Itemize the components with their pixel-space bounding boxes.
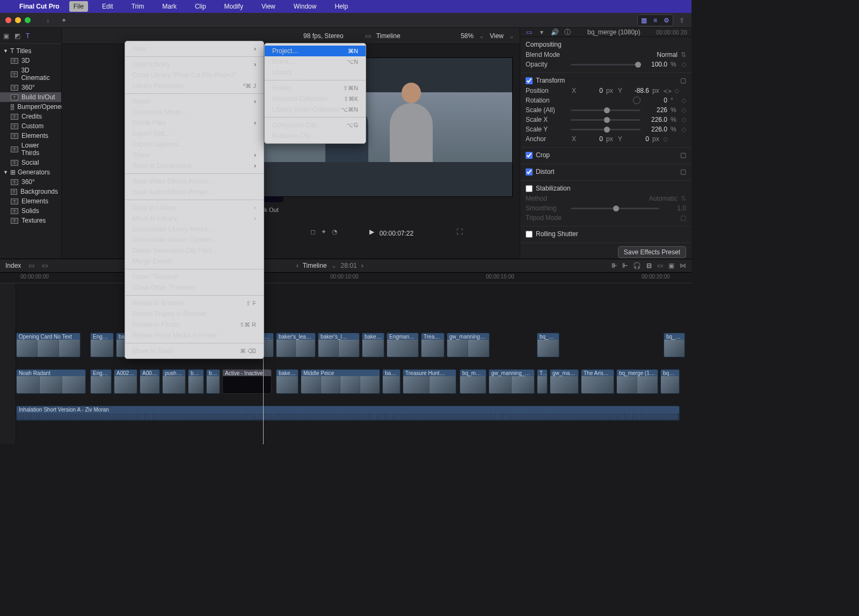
keyframe-icon[interactable]: ◇ [681, 106, 686, 114]
smoothing-value[interactable]: 1.0 [663, 204, 686, 212]
stabilization-header[interactable]: Stabilization [526, 183, 686, 194]
list-icon[interactable]: ≡ [650, 15, 660, 26]
sidebar-item[interactable]: TTextures [0, 216, 61, 225]
sidebar-item[interactable]: TLower Thirds [0, 141, 61, 158]
rotation-value[interactable]: 0 [644, 97, 667, 104]
menu-clip[interactable]: Clip [191, 1, 210, 12]
reset-icon[interactable]: ▢ [680, 168, 686, 175]
position-x[interactable]: 0 [579, 87, 603, 94]
retime-icon[interactable]: ◔ [332, 228, 337, 236]
menu-modify[interactable]: Modify [220, 1, 247, 12]
menu-trim[interactable]: Trim [127, 1, 149, 12]
anchor-y[interactable]: 0 [625, 135, 649, 143]
menu-item[interactable]: Project…⌘N [265, 46, 366, 56]
menu-item[interactable]: Close Library "Final Cut Pro Project" [125, 70, 264, 80]
compositing-header[interactable]: Compositing [526, 39, 686, 50]
color-inspector-icon[interactable]: ▾ [537, 28, 546, 36]
timeline-audio-clip[interactable]: Inhalation Short Version A - Ziv Moran [16, 406, 680, 421]
fullscreen-icon[interactable]: ⛶ [456, 228, 463, 236]
scale-x-value[interactable]: 226.0 [644, 116, 667, 123]
timeline-clip[interactable]: gw_manning_broll… [489, 369, 535, 394]
view-menu[interactable]: View [490, 32, 504, 40]
timeline-clip[interactable]: push_pi… [162, 369, 186, 394]
timeline-clip[interactable]: Engmant… [90, 333, 114, 357]
menu-item[interactable]: Send to Compressor [125, 160, 264, 171]
sidebar-item[interactable]: T360° [0, 177, 61, 187]
timeline-clip[interactable]: baker's… [276, 369, 299, 394]
sidebar-titles-header[interactable]: ▼ T Titles [0, 46, 61, 56]
timecode[interactable]: 00:00:07:22 [380, 225, 413, 238]
timeline-clip[interactable]: bq_… [206, 369, 220, 394]
menu-item[interactable]: Close "Timeline" [125, 272, 264, 282]
menu-item[interactable]: Share [125, 150, 264, 160]
timeline-ruler[interactable]: 00:00:00:0000:00:05:0000:00:10:0000:00:1… [0, 273, 691, 283]
close-icon[interactable] [5, 17, 11, 23]
timeline-clip[interactable]: gw_mann… [550, 369, 579, 394]
timeline-clip[interactable]: b… [188, 369, 204, 394]
distort-checkbox[interactable] [526, 168, 533, 175]
sidebar-item[interactable]: TBumper/Opener [0, 102, 61, 112]
timeline-clip[interactable]: A002_… [140, 369, 160, 394]
photos-icon[interactable]: ◩ [14, 32, 20, 40]
sidebar-item[interactable]: TElements [0, 196, 61, 206]
grid-icon[interactable]: ▦ [638, 15, 650, 26]
keyword-icon[interactable]: ✦ [60, 16, 68, 25]
sidebar-item[interactable]: TSocial [0, 158, 61, 167]
clip-appearance-icon[interactable]: ▭ [657, 262, 663, 269]
insert-icon[interactable]: ▭ [28, 262, 34, 269]
keyframe-icon[interactable]: ◇ [681, 61, 686, 68]
timeline-clip[interactable]: A002_0… [114, 369, 137, 394]
timeline-clip[interactable]: Active - Inactive [222, 369, 272, 394]
sidebar-item[interactable]: TBackgrounds [0, 187, 61, 196]
sidebar-item[interactable]: T3D [0, 56, 61, 65]
workspace-toggle[interactable]: ▦ ≡ ⚙ [637, 14, 673, 26]
blend-mode-select[interactable]: Normal [657, 51, 678, 58]
timeline-clip[interactable]: gw_manning_bro… [447, 333, 490, 357]
menu-item[interactable]: Reveal in Browser⇧ F [125, 298, 264, 309]
prev-edit-icon[interactable]: ‹ [296, 262, 299, 269]
sidebar-generators-header[interactable]: ▼ ⊞ Generators [0, 167, 61, 177]
timeline-clip[interactable]: bq_… [660, 369, 680, 394]
menu-item[interactable]: Reveal Project in Browser [125, 309, 264, 319]
opacity-value[interactable]: 100.0 [644, 61, 667, 68]
adjust-icon[interactable]: ⚙ [660, 15, 673, 26]
keyframe-icon[interactable]: ◇ [663, 135, 668, 143]
timeline-clip[interactable]: Treasu… [421, 333, 445, 357]
scale-all-slider[interactable] [571, 109, 640, 111]
timeline-clip[interactable]: Engmant… [90, 369, 112, 394]
zoom-level[interactable]: 58% [461, 32, 474, 40]
solo-icon[interactable]: 🎧 [633, 262, 641, 269]
zoom-icon[interactable] [25, 17, 31, 23]
timeline-clip[interactable]: Th… [537, 369, 548, 394]
keyframe-icon[interactable]: ◇ [681, 97, 686, 104]
anchor-x[interactable]: 0 [579, 135, 603, 143]
timeline-clip[interactable]: Treasure Hunt… [403, 369, 456, 394]
import-icon[interactable]: ↓ [43, 16, 52, 25]
stabilization-checkbox[interactable] [526, 185, 533, 192]
timeline-clip[interactable]: Engmanteau… [387, 333, 419, 357]
titles-tab-icon[interactable]: T [26, 32, 30, 40]
menu-item[interactable]: Event…⌥N [265, 56, 366, 67]
menu-help[interactable]: Help [330, 1, 352, 12]
snap-icon[interactable]: ⊪ [612, 262, 617, 269]
reset-icon[interactable]: ▢ [680, 77, 686, 84]
rotation-wheel[interactable] [633, 97, 640, 104]
sidebar-item[interactable]: TSolids [0, 206, 61, 216]
sidebar-item[interactable]: TBuild In/Out [0, 92, 61, 102]
menu-item[interactable]: Export XML… [125, 128, 264, 139]
snapping-icon[interactable]: ⊟ [646, 262, 652, 269]
timeline-clip[interactable]: Noah Radant [16, 369, 86, 394]
keyframe-icon[interactable]: ◇ [681, 126, 686, 133]
audio-inspector-icon[interactable]: 🔊 [550, 28, 559, 36]
smoothing-slider[interactable] [571, 208, 659, 209]
enhance-icon[interactable]: ✦ [321, 228, 326, 236]
timeline-clip[interactable]: bq_merge (1080p) [616, 369, 658, 394]
scale-y-value[interactable]: 226.0 [644, 126, 667, 133]
timeline-clip[interactable]: bak… [382, 369, 401, 394]
crop-tool-icon[interactable]: ◻ [310, 228, 316, 236]
video-inspector-icon[interactable]: ▭ [525, 28, 533, 36]
position-y[interactable]: -88.6 [625, 87, 649, 94]
timeline-tracks[interactable]: Opening Card No TextEngmant…baker's_lead… [0, 283, 691, 444]
share-icon[interactable]: ⇪ [678, 16, 686, 25]
sidebar-item[interactable]: TCustom [0, 121, 61, 131]
